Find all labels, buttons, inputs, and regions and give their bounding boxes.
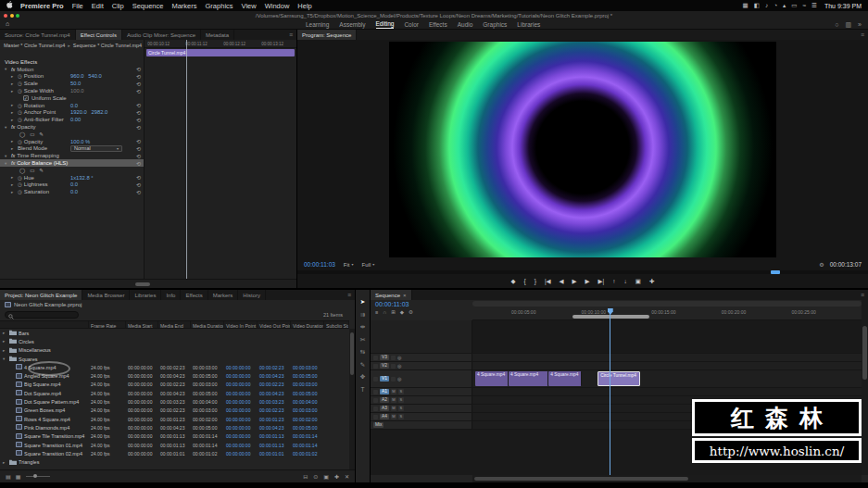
clip-row-big-square-mp4[interactable]: Big Square.mp424.00 fps00:00:00:0000:00:… bbox=[0, 381, 349, 389]
audio-track-a2-header[interactable]: A2MS bbox=[371, 396, 472, 404]
column-header-video-in-point[interactable]: Video In Point bbox=[224, 321, 258, 328]
track-visibility-icon[interactable]: ◎ bbox=[397, 355, 401, 360]
timeline-clip-circle-tunnel-mp4[interactable]: Circle Tunnel.mp4 bbox=[598, 371, 640, 386]
workspace-layout-icon[interactable]: ▥ bbox=[845, 21, 851, 29]
tab-effect-controls[interactable]: Effect Controls bbox=[76, 30, 122, 40]
mute-toggle[interactable]: M bbox=[391, 397, 396, 403]
twirl-icon[interactable]: ▾ bbox=[5, 161, 11, 166]
twirl-icon[interactable]: ▸ bbox=[3, 339, 7, 344]
time-machine-icon[interactable]: ◔ bbox=[774, 2, 777, 9]
timeline-clip-4-square-mp4[interactable]: 4 Square.mp4 bbox=[548, 371, 582, 386]
hand-tool[interactable]: ✥ bbox=[360, 373, 365, 381]
icon-view-icon[interactable]: ▦ bbox=[16, 473, 21, 480]
workspace-tab-effects[interactable]: Effects bbox=[429, 21, 447, 28]
effect-row-color-balance-hls[interactable]: ▾fxColor Balance (HLS)⟲ bbox=[0, 159, 144, 167]
menu-item-file[interactable]: File bbox=[72, 2, 83, 10]
bin-row-triangles[interactable]: ▸Triangles bbox=[0, 457, 349, 466]
reset-icon[interactable]: ⟲ bbox=[136, 73, 141, 80]
scrollbar-thumb[interactable] bbox=[135, 282, 150, 286]
menu-item-sequence[interactable]: Sequence bbox=[132, 2, 164, 10]
workspace-tab-assembly[interactable]: Assembly bbox=[339, 21, 365, 28]
lift-button[interactable]: ↑ bbox=[612, 278, 615, 284]
program-scrub-bar[interactable] bbox=[297, 270, 868, 274]
source-patch-toggle[interactable] bbox=[373, 377, 378, 382]
mute-toggle[interactable]: M bbox=[391, 389, 396, 394]
twirl-icon[interactable]: ▸ bbox=[11, 139, 18, 144]
sync-lock-toggle[interactable] bbox=[391, 377, 396, 382]
timeline-zoom-scrollbar[interactable] bbox=[472, 301, 862, 307]
ripple-edit-tool[interactable]: ⇹ bbox=[360, 323, 365, 331]
mark-in-button[interactable]: { bbox=[524, 278, 526, 284]
go-to-out-button[interactable]: ▶| bbox=[598, 278, 605, 285]
column-header-media-start[interactable]: Media Start bbox=[126, 321, 158, 328]
program-playhead-thumb[interactable] bbox=[771, 270, 780, 274]
effect-row-saturation[interactable]: ▸◷Saturation0.0⟲ bbox=[0, 188, 144, 195]
bin-row-miscellaneous[interactable]: ▸Miscellaneous bbox=[0, 346, 349, 355]
program-timecode[interactable]: 00:00:11:03 bbox=[304, 261, 335, 268]
workspace-tab-color[interactable]: Color bbox=[404, 21, 419, 28]
zoom-level-select[interactable]: Fit▾ bbox=[344, 262, 354, 268]
new-bin-icon[interactable]: ▣ bbox=[323, 473, 329, 480]
panel-menu-icon[interactable]: ≡ bbox=[857, 290, 868, 300]
control-center-icon[interactable]: ☰ bbox=[811, 2, 817, 9]
find-icon[interactable]: ⊙ bbox=[313, 473, 318, 480]
menu-item-view[interactable]: View bbox=[242, 2, 257, 10]
reset-icon[interactable]: ⟲ bbox=[136, 109, 141, 116]
settings-wrench-icon[interactable]: ⚙ bbox=[819, 261, 824, 268]
audio-track-a1-header[interactable]: A1MS bbox=[371, 388, 472, 395]
slip-tool[interactable]: ⇆ bbox=[360, 348, 365, 356]
work-area-bar[interactable] bbox=[572, 315, 648, 319]
param-value-lightness[interactable]: 0.0 bbox=[70, 181, 78, 187]
stopwatch-icon[interactable]: ◷ bbox=[18, 73, 22, 79]
solo-toggle[interactable]: S bbox=[398, 406, 404, 411]
twirl-icon[interactable]: ▸ bbox=[11, 110, 18, 115]
menu-item-help[interactable]: Help bbox=[297, 2, 311, 10]
panel-menu-icon[interactable]: ≡ bbox=[344, 290, 355, 300]
bin-row-circles[interactable]: ▸Circles bbox=[0, 337, 349, 345]
minimize-window-button[interactable] bbox=[10, 14, 14, 18]
search-box[interactable] bbox=[5, 311, 79, 319]
effect-row-uniform-scale[interactable]: ✓Uniform Scale bbox=[0, 94, 144, 102]
param-value-rotation[interactable]: 0.0 bbox=[70, 103, 78, 108]
reset-icon[interactable]: ⟲ bbox=[136, 145, 141, 152]
source-patch-toggle[interactable] bbox=[373, 415, 378, 419]
master-track-header[interactable]: Mix bbox=[371, 421, 472, 429]
effect-row-lightness[interactable]: ▸◷Lightness0.0⟲ bbox=[0, 181, 144, 189]
source-patch-toggle[interactable] bbox=[373, 364, 378, 369]
add-marker-icon[interactable]: ◆ bbox=[400, 309, 404, 315]
mark-out-button[interactable]: } bbox=[535, 278, 536, 284]
track-label-v3[interactable]: V3 bbox=[380, 355, 389, 360]
clip-row-square-transition-02-mp4[interactable]: Square Transition 02.mp424.00 fps00:00:0… bbox=[0, 449, 349, 457]
program-video-frame[interactable] bbox=[389, 42, 776, 257]
effect-row-anti-flicker-filter[interactable]: ▸◷Anti-flicker Filter0.00⟲ bbox=[0, 116, 144, 123]
stopwatch-icon[interactable]: ◷ bbox=[18, 189, 22, 194]
stopwatch-icon[interactable]: ◷ bbox=[18, 103, 22, 108]
reset-icon[interactable]: ⟲ bbox=[136, 160, 141, 167]
blend-mode-select[interactable]: Normal▾ bbox=[70, 145, 122, 152]
twirl-icon[interactable]: ▸ bbox=[11, 103, 18, 107]
mute-toggle[interactable]: M bbox=[391, 414, 396, 419]
effect-row-blend-mode[interactable]: ▸Blend ModeNormal▾⟲ bbox=[0, 145, 144, 153]
track-visibility-icon[interactable]: ◎ bbox=[397, 376, 401, 382]
pen-tool[interactable]: ✎ bbox=[360, 361, 365, 369]
stopwatch-icon[interactable]: ◷ bbox=[18, 88, 22, 94]
project-vertical-scrollbar[interactable] bbox=[349, 329, 355, 469]
close-icon[interactable]: × bbox=[403, 293, 407, 298]
delete-icon[interactable]: ✕ bbox=[345, 473, 349, 480]
pen-mask-icon[interactable]: ✎ bbox=[39, 131, 44, 137]
effect-row-anchor-point[interactable]: ▸◷Anchor Point1920.0 2982.0⟲ bbox=[0, 109, 144, 117]
timeline-settings-icon[interactable]: ⚙ bbox=[409, 309, 413, 315]
tab-info[interactable]: Info bbox=[161, 290, 181, 300]
tab-sequence[interactable]: Sequence × bbox=[371, 290, 412, 300]
rect-mask-icon[interactable]: ▭ bbox=[30, 131, 34, 137]
keyboard-brightness-icon[interactable]: ◧ bbox=[754, 2, 760, 9]
column-header-media-duration[interactable]: Media Duration bbox=[191, 321, 224, 328]
workspace-tab-audio[interactable]: Audio bbox=[458, 21, 473, 28]
effect-row-scale[interactable]: ▸◷Scale50.0⟲ bbox=[0, 80, 144, 87]
sequence-menu-icon[interactable]: ≡ bbox=[375, 309, 378, 315]
export-frame-button[interactable]: ▣ bbox=[635, 278, 641, 285]
selection-tool[interactable]: ➤ bbox=[360, 298, 365, 306]
reset-icon[interactable]: ⟲ bbox=[136, 153, 141, 159]
effect-row-time-remapping[interactable]: ▾fxTime Remapping⟲ bbox=[0, 152, 144, 159]
tab-libraries[interactable]: Libraries bbox=[130, 290, 161, 300]
